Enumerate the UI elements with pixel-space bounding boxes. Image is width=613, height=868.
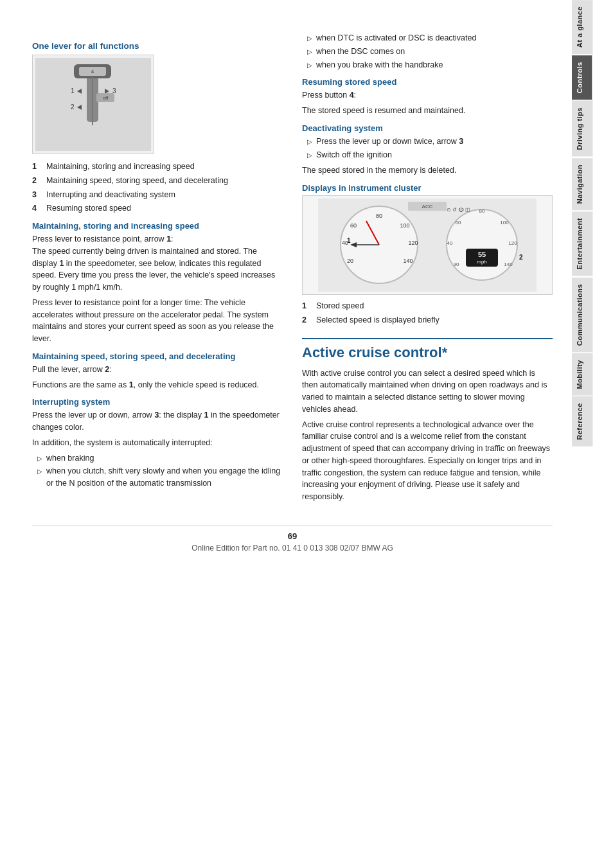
svg-text:100: 100 xyxy=(400,222,409,229)
section2-title: Maintaining, storing and increasing spee… xyxy=(32,221,283,231)
svg-text:20: 20 xyxy=(347,258,353,264)
section1-title: One lever for all functions xyxy=(32,41,283,51)
page-footer: 69 Online Edition for Part no. 01 41 0 0… xyxy=(32,526,553,553)
svg-text:2: 2 xyxy=(71,103,75,111)
svg-text:30: 30 xyxy=(454,261,459,267)
list-item: 1 Stored speed xyxy=(302,300,553,312)
sidebar-tab-driving-tips[interactable]: Driving tips xyxy=(572,101,592,157)
list-item: 2 Selected speed is displayed briefly xyxy=(302,314,553,326)
bullet-list-top: when DTC is activated or DSC is deactiva… xyxy=(302,32,553,71)
sidebar-tab-mobility[interactable]: Mobility xyxy=(572,353,592,396)
svg-text:1: 1 xyxy=(347,237,351,244)
sidebar-tab-entertainment[interactable]: Entertainment xyxy=(572,211,592,276)
svg-text:off: off xyxy=(103,95,109,101)
bullet-list-left: when braking when you clutch, shift very… xyxy=(32,452,283,490)
left-column: One lever for all functions xyxy=(32,32,283,506)
section4-title: Interrupting system xyxy=(32,397,283,407)
section3-para1: Pull the lever, arrow 2: xyxy=(32,364,283,376)
sidebar-tab-communications[interactable]: Communications xyxy=(572,278,592,352)
svg-text:⊙ ↺ ⏻ ◫: ⊙ ↺ ⏻ ◫ xyxy=(447,207,470,213)
svg-text:100: 100 xyxy=(500,220,509,226)
section3-title: Maintaining speed, storing speed, and de… xyxy=(32,351,283,361)
displays-title: Displays in instrument cluster xyxy=(302,183,553,193)
active-cruise-para1: With active cruise control you can selec… xyxy=(302,368,553,416)
svg-text:60: 60 xyxy=(456,220,461,226)
numbered-list: 1 Maintaining, storing and increasing sp… xyxy=(32,161,283,215)
deactivating-note: The speed stored in the memory is delete… xyxy=(302,164,553,177)
list-item: 3 Interrupting and deactivating system xyxy=(32,189,283,201)
svg-text:mph: mph xyxy=(477,259,487,265)
bullet-item: when you brake with the handbrake xyxy=(302,59,553,71)
deactivating-title: Deactivating system xyxy=(302,123,553,133)
svg-text:ACC: ACC xyxy=(422,204,433,209)
svg-text:60: 60 xyxy=(350,222,357,229)
lever-image: 4 1 2 3 off xyxy=(32,55,154,154)
bullet-item: when DTC is activated or DSC is deactiva… xyxy=(302,32,553,44)
svg-text:4: 4 xyxy=(91,69,94,75)
svg-text:2: 2 xyxy=(519,254,523,261)
svg-text:140: 140 xyxy=(403,258,413,264)
active-cruise-section: Active cruise control* With active cruis… xyxy=(302,338,553,503)
list-item: 1 Maintaining, storing and increasing sp… xyxy=(32,161,283,173)
page-number: 69 xyxy=(32,531,553,541)
sidebar-tab-reference[interactable]: Reference xyxy=(572,396,592,447)
svg-text:140: 140 xyxy=(504,261,513,267)
svg-text:40: 40 xyxy=(447,240,453,246)
section4-para2: In addition, the system is automatically… xyxy=(32,437,283,449)
section2-para2: Press lever to resistance point for a lo… xyxy=(32,297,283,345)
footer-text: Online Edition for Part no. 01 41 0 013 … xyxy=(32,544,553,553)
list-item: 2 Maintaining speed, storing speed, and … xyxy=(32,175,283,187)
sidebar-tab-at-a-glance[interactable]: At a glance xyxy=(572,0,592,54)
resuming-title: Resuming stored speed xyxy=(302,77,553,87)
deactivating-bullets: Press the lever up or down twice, arrow … xyxy=(302,136,553,161)
section4-para1: Press the lever up or down, arrow 3: the… xyxy=(32,409,283,434)
section2-para1: Press lever to resistance point, arrow 1… xyxy=(32,233,283,294)
svg-text:80: 80 xyxy=(376,213,382,219)
section3-para2: Functions are the same as 1, only the ve… xyxy=(32,379,283,391)
svg-text:80: 80 xyxy=(479,208,485,214)
resuming-para1: Press button 4: xyxy=(302,89,553,102)
active-cruise-para2: Active cruise control represents a techn… xyxy=(302,419,553,503)
right-column: when DTC is activated or DSC is deactiva… xyxy=(302,32,553,506)
bullet-item: when braking xyxy=(32,452,283,465)
list-item: 4 Resuming stored speed xyxy=(32,202,283,215)
svg-text:55: 55 xyxy=(478,251,486,258)
resuming-para2: The stored speed is resumed and maintain… xyxy=(302,105,553,117)
sidebar-tab-navigation[interactable]: Navigation xyxy=(572,158,592,210)
sidebar: At a glance Controls Driving tips Naviga… xyxy=(572,0,592,868)
svg-text:120: 120 xyxy=(508,240,517,246)
svg-text:1: 1 xyxy=(71,87,75,94)
instrument-cluster-image: 80 100 60 40 120 20 140 1 xyxy=(302,195,553,295)
displays-numbered-list: 1 Stored speed 2 Selected speed is displ… xyxy=(302,300,553,326)
active-cruise-title: Active cruise control* xyxy=(302,344,553,361)
bullet-item: when the DSC comes on xyxy=(302,46,553,58)
svg-text:120: 120 xyxy=(408,240,418,246)
bullet-item: Press the lever up or down twice, arrow … xyxy=(302,136,553,148)
bullet-item: Switch off the ignition xyxy=(302,149,553,161)
sidebar-tab-controls[interactable]: Controls xyxy=(572,55,592,100)
bullet-item: when you clutch, shift very slowly and w… xyxy=(32,465,283,490)
